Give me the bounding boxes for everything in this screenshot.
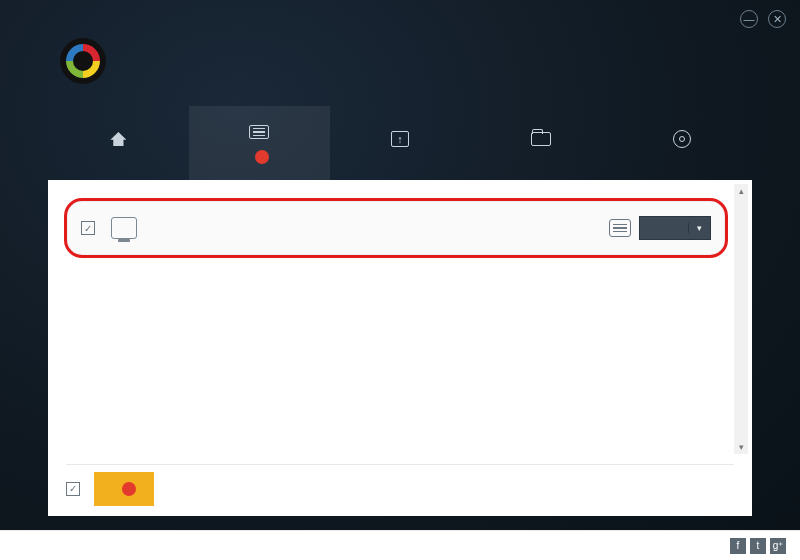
driver-checkbox[interactable]: ✓ [81,221,95,235]
bottom-bar: f t g⁺ [0,530,800,560]
scroll-down-button[interactable]: ▾ [734,440,748,454]
app-logo [60,38,106,84]
close-icon[interactable]: ✕ [768,10,786,28]
scroll-up-button[interactable]: ▴ [734,184,748,198]
facebook-icon[interactable]: f [730,538,746,554]
scrollbar[interactable] [734,198,748,440]
nav-home[interactable] [48,106,189,180]
update-dropdown[interactable]: ▾ [688,223,710,233]
backup-icon [389,129,411,149]
app-header [60,38,120,84]
updates-badge [255,150,269,164]
select-all-checkbox[interactable]: ✓ [66,482,80,496]
panel-footer: ✓ [66,464,734,504]
googleplus-icon[interactable]: g⁺ [770,538,786,554]
content-panel: ▴ ▾ ✓ ▾ ✓ [48,180,752,516]
details-icon[interactable] [609,219,631,237]
folder-icon [530,129,552,149]
download-badge [122,482,136,496]
list-icon [248,122,270,142]
main-nav [48,106,752,180]
update-button[interactable]: ▾ [639,216,711,240]
nav-backup[interactable] [330,106,471,180]
nav-driver-updates[interactable] [189,106,330,180]
gear-icon [671,129,693,149]
home-icon [107,129,129,149]
nav-settings[interactable] [611,106,752,180]
monitor-icon [111,217,137,239]
minimize-icon[interactable]: — [740,10,758,28]
twitter-icon[interactable]: t [750,538,766,554]
nav-restore[interactable] [470,106,611,180]
download-install-button[interactable] [94,472,154,506]
driver-row-highlighted: ✓ ▾ [64,198,728,258]
